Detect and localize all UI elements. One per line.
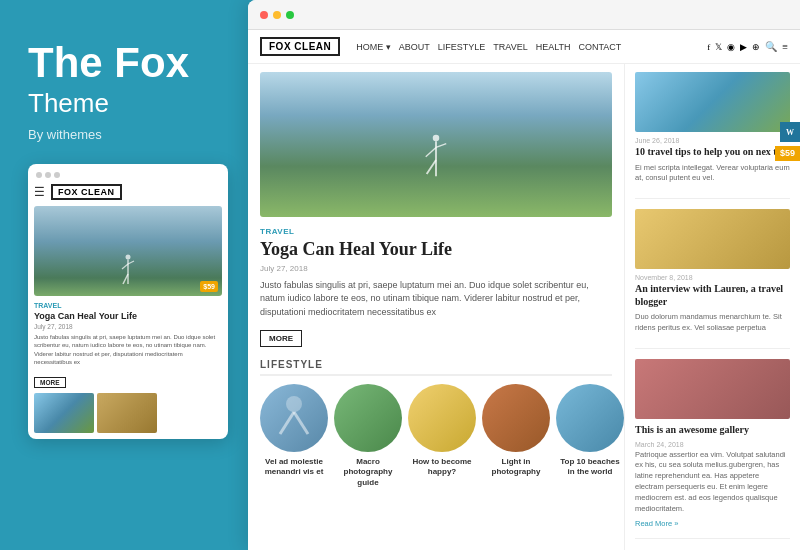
- svg-rect-12: [260, 384, 328, 452]
- nav-home[interactable]: HOME ▾: [356, 42, 391, 52]
- lifestyle-item-2[interactable]: Macro photography guide: [334, 384, 402, 488]
- small-post-title-3[interactable]: This is an awesome gallery: [635, 424, 790, 437]
- small-post-date-2: November 8, 2018: [635, 274, 790, 281]
- post-category-tag: TRAVEL: [260, 227, 612, 236]
- mobile-dot-3: [54, 172, 60, 178]
- lifestyle-circle-3: [408, 384, 476, 452]
- browser-mockup: FOX CLEAN HOME ▾ ABOUT LIFESTYLE TRAVEL …: [248, 0, 800, 550]
- nav-travel[interactable]: TRAVEL: [493, 42, 527, 52]
- post-date: July 27, 2018: [260, 264, 612, 273]
- svg-line-10: [427, 160, 436, 174]
- mobile-window-dots: [34, 172, 222, 178]
- lifestyle-circle-5: [556, 384, 624, 452]
- nav-about[interactable]: ABOUT: [399, 42, 430, 52]
- browser-bar: [248, 0, 800, 30]
- lifestyle-caption-5: Top 10 beaches in the world: [556, 457, 624, 478]
- lifestyle-item-4[interactable]: Light in photography: [482, 384, 550, 488]
- nav-lifestyle[interactable]: LIFESTYLE: [438, 42, 486, 52]
- small-post-excerpt-1: Ei mei scripta intellegat. Verear volupt…: [635, 163, 790, 185]
- more-button[interactable]: MORE: [260, 330, 302, 347]
- mobile-dot-2: [45, 172, 51, 178]
- mobile-post-excerpt: Justo fabulas singulis at pri, saepe lup…: [34, 333, 222, 367]
- svg-line-2: [122, 264, 128, 269]
- search-icon[interactable]: 🔍: [765, 41, 777, 52]
- mobile-thumb-1: [34, 393, 94, 433]
- center-column: TRAVEL Yoga Can Heal Your Life July 27, …: [248, 64, 625, 550]
- lifestyle-circle-4: [482, 384, 550, 452]
- mobile-post-title: Yoga Can Heal Your Life: [34, 311, 222, 322]
- small-post-excerpt-3: Patrioque assertior ea vim. Volutpat sal…: [635, 450, 790, 515]
- yoga-figure-icon: [120, 254, 136, 290]
- mobile-thumb-2: [97, 393, 157, 433]
- small-post-date-3: March 24, 2018: [635, 441, 790, 448]
- lifestyle-caption-1: Vel ad molestie menandri vis et: [260, 457, 328, 478]
- youtube-icon[interactable]: ▶: [740, 42, 747, 52]
- facebook-icon[interactable]: f: [707, 42, 710, 52]
- wordpress-badge: W: [780, 122, 800, 142]
- site-logo: FOX CLEAN: [260, 37, 340, 56]
- mobile-more-button[interactable]: MORE: [34, 377, 66, 388]
- mobile-header: ☰ FOX CLEAN: [34, 184, 222, 200]
- svg-line-8: [426, 147, 436, 156]
- svg-line-3: [128, 261, 134, 264]
- mobile-dot-1: [36, 172, 42, 178]
- small-thumb-3: [635, 359, 790, 419]
- theme-by: By withemes: [28, 127, 220, 142]
- lifestyle-item-1[interactable]: Vel ad molestie menandri vis et: [260, 384, 328, 488]
- menu-icon[interactable]: ≡: [782, 41, 788, 52]
- mobile-mockup: ☰ FOX CLEAN $59 TRAVEL Yoga Can Heal You…: [28, 164, 228, 438]
- main-content: TRAVEL Yoga Can Heal Your Life July 27, …: [248, 64, 800, 550]
- browser-minimize-dot: [273, 11, 281, 19]
- site-navigation: FOX CLEAN HOME ▾ ABOUT LIFESTYLE TRAVEL …: [248, 30, 800, 64]
- read-more-link-3[interactable]: Read More »: [635, 519, 790, 528]
- small-post-2: November 8, 2018 An interview with Laure…: [635, 209, 790, 349]
- small-post-excerpt-2: Duo dolorum mandamus menarchium te. Sit …: [635, 312, 790, 334]
- mobile-hero-image: $59: [34, 206, 222, 296]
- nav-health[interactable]: HEALTH: [536, 42, 571, 52]
- yoga-hero-figure-icon: [422, 127, 450, 207]
- theme-subtitle: Theme: [28, 88, 220, 119]
- lifestyle-grid: Vel ad molestie menandri vis et Macro ph…: [260, 384, 612, 488]
- mobile-price-badge: $59: [200, 281, 218, 292]
- small-thumb-2: [635, 209, 790, 269]
- lifestyle-circle-1: [260, 384, 328, 452]
- hero-image: [260, 72, 612, 217]
- svg-line-9: [436, 144, 446, 148]
- lifestyle-caption-2: Macro photography guide: [334, 457, 402, 488]
- theme-title: The Fox: [28, 40, 220, 86]
- nav-contact[interactable]: CONTACT: [579, 42, 622, 52]
- nav-social-icons: f 𝕏 ◉ ▶ ⊕ 🔍 ≡: [707, 41, 788, 52]
- small-post-title-2[interactable]: An interview with Lauren, a travel blogg…: [635, 283, 790, 308]
- svg-point-6: [433, 135, 440, 142]
- svg-line-15: [294, 412, 308, 434]
- lifestyle-caption-4: Light in photography: [482, 457, 550, 478]
- browser-maximize-dot: [286, 11, 294, 19]
- mobile-post-date: July 27, 2018: [34, 323, 222, 330]
- hamburger-icon[interactable]: ☰: [34, 185, 45, 200]
- svg-line-14: [280, 412, 294, 434]
- browser-close-dot: [260, 11, 268, 19]
- right-column: W $59 June 26, 2018 10 travel tips to he…: [625, 64, 800, 550]
- nav-links: HOME ▾ ABOUT LIFESTYLE TRAVEL HEALTH CON…: [356, 42, 707, 52]
- lifestyle-section-label: LIFESTYLE: [260, 359, 612, 376]
- small-post-date-1: June 26, 2018: [635, 137, 790, 144]
- svg-point-0: [126, 255, 131, 260]
- mobile-thumbnail-strip: [34, 393, 222, 433]
- mobile-logo: FOX CLEAN: [51, 184, 122, 200]
- left-panel: The Fox Theme By withemes ☰ FOX CLEAN $5…: [0, 0, 248, 550]
- small-thumb-1: [635, 72, 790, 132]
- lifestyle-caption-3: How to become happy?: [408, 457, 476, 478]
- post-main-title[interactable]: Yoga Can Heal Your Life: [260, 239, 612, 261]
- small-post-title-1[interactable]: 10 travel tips to help you on nex trip: [635, 146, 790, 159]
- post-excerpt: Justo fabulas singulis at pri, saepe lup…: [260, 279, 612, 320]
- instagram-icon[interactable]: ◉: [727, 42, 735, 52]
- price-badge: $59: [775, 146, 800, 161]
- twitter-icon[interactable]: 𝕏: [715, 42, 722, 52]
- mobile-post-tag: TRAVEL: [34, 302, 222, 309]
- svg-point-13: [286, 396, 302, 412]
- lifestyle-item-3[interactable]: How to become happy?: [408, 384, 476, 488]
- rss-icon[interactable]: ⊕: [752, 42, 760, 52]
- small-post-3: This is an awesome gallery March 24, 201…: [635, 359, 790, 539]
- lifestyle-item-5[interactable]: Top 10 beaches in the world: [556, 384, 624, 488]
- small-post-1: June 26, 2018 10 travel tips to help you…: [635, 72, 790, 199]
